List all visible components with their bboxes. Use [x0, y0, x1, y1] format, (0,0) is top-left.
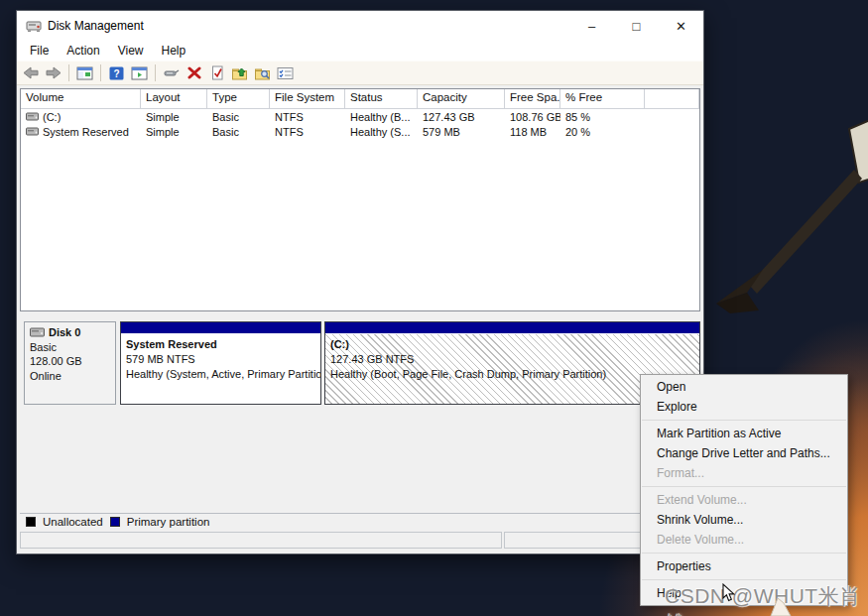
volume-layout: Simple: [141, 111, 207, 123]
delete-icon[interactable]: [185, 64, 203, 81]
desktop: Disk Management – □ ✕ File Action View H…: [0, 0, 868, 616]
disk-management-window: Disk Management – □ ✕ File Action View H…: [16, 10, 704, 554]
volume-layout: Simple: [141, 126, 207, 138]
volume-row-c[interactable]: (C:) Simple Basic NTFS Healthy (B... 127…: [21, 109, 699, 124]
volume-file-system: NTFS: [270, 111, 345, 123]
menu-separator: [642, 486, 846, 487]
volume-pct-free: 20 %: [560, 126, 645, 138]
title-bar[interactable]: Disk Management – □ ✕: [17, 11, 703, 41]
volume-list: Volume Layout Type File System Status Ca…: [20, 88, 700, 311]
disk-management-app-icon: [26, 19, 42, 33]
toolbar-separator: [68, 64, 69, 81]
menu-view[interactable]: View: [109, 42, 153, 60]
folder-search-icon[interactable]: [253, 64, 272, 81]
volume-status: Healthy (B...: [345, 111, 418, 123]
legend-swatch-unallocated: [26, 517, 36, 527]
column-header-pct-free[interactable]: % Free: [560, 89, 645, 108]
disk-graph-pane: Disk 0 Basic 128.00 GB Online System Res…: [20, 311, 700, 513]
column-header-filler: [645, 89, 699, 108]
legend-bar: Unallocated Primary partition: [20, 513, 700, 530]
status-bar: [20, 531, 700, 551]
legend-label-primary-partition: Primary partition: [127, 516, 210, 528]
menu-bar: File Action View Help: [17, 41, 703, 61]
partition-strip: System Reserved 579 MB NTFS Healthy (Sys…: [120, 321, 700, 405]
volume-name: (C:): [43, 111, 61, 123]
menu-item-mark-partition-active[interactable]: Mark Partition as Active: [641, 424, 847, 443]
disk0-type: Basic: [30, 340, 115, 355]
show-console-tree-icon[interactable]: [75, 64, 94, 81]
menu-item-open[interactable]: Open: [641, 377, 847, 397]
legend-label-unallocated: Unallocated: [43, 516, 103, 528]
volume-capacity: 579 MB: [418, 126, 505, 138]
toolbar-separator: [155, 64, 156, 81]
partition-size: 127.43 GB NTFS: [330, 352, 699, 367]
volume-file-system: NTFS: [270, 126, 345, 138]
menu-item-format: Format...: [641, 463, 847, 483]
disk-icon: [30, 327, 45, 337]
partition-status: Healthy (System, Active, Primary Partiti…: [126, 367, 320, 382]
disk0-info-panel[interactable]: Disk 0 Basic 128.00 GB Online: [24, 321, 116, 405]
partition-context-menu: Open Explore Mark Partition as Active Ch…: [640, 374, 848, 606]
volume-type: Basic: [207, 126, 270, 138]
column-header-type[interactable]: Type: [207, 89, 270, 108]
menu-item-explore[interactable]: Explore: [641, 397, 847, 417]
csdn-watermark: CSDN @WHUT米肖雄: [665, 582, 868, 616]
volume-list-header: Volume Layout Type File System Status Ca…: [21, 89, 699, 109]
help-icon[interactable]: ?: [107, 64, 126, 81]
toolbar: ?: [17, 61, 703, 85]
menu-item-shrink-volume[interactable]: Shrink Volume...: [641, 510, 847, 530]
column-header-status[interactable]: Status: [345, 89, 418, 108]
partition-system-reserved[interactable]: System Reserved 579 MB NTFS Healthy (Sys…: [120, 321, 321, 405]
window-title: Disk Management: [48, 19, 144, 33]
folder-up-icon[interactable]: [230, 64, 249, 81]
volume-drive-icon: [26, 112, 39, 121]
disk0-name: Disk 0: [49, 325, 80, 340]
svg-text:?: ?: [113, 67, 119, 78]
legend-swatch-primary-partition: [110, 517, 120, 527]
forward-icon[interactable]: [44, 64, 62, 81]
show-action-pane-icon[interactable]: [130, 64, 149, 81]
column-header-capacity[interactable]: Capacity: [418, 89, 505, 108]
menu-item-change-drive-letter[interactable]: Change Drive Letter and Paths...: [641, 443, 847, 463]
disk0-size: 128.00 GB: [30, 354, 115, 369]
volume-status: Healthy (S...: [345, 126, 418, 138]
column-header-file-system[interactable]: File System: [270, 89, 345, 108]
mouse-cursor: [722, 583, 737, 603]
column-header-volume[interactable]: Volume: [21, 89, 141, 108]
menu-separator: [642, 420, 846, 421]
menu-separator: [642, 553, 846, 554]
volume-free-space: 108.76 GB: [505, 111, 560, 123]
column-header-layout[interactable]: Layout: [141, 89, 207, 108]
back-icon[interactable]: [21, 64, 40, 81]
volume-drive-icon: [26, 127, 39, 136]
check-document-icon[interactable]: [207, 64, 226, 81]
menu-help[interactable]: Help: [153, 42, 195, 60]
volume-pct-free: 85 %: [560, 111, 645, 123]
column-header-free-space[interactable]: Free Spa...: [505, 89, 560, 108]
minimize-button[interactable]: –: [569, 11, 614, 41]
volume-name: System Reserved: [43, 126, 129, 138]
volume-type: Basic: [207, 111, 270, 123]
close-button[interactable]: ✕: [659, 11, 703, 41]
partition-size: 579 MB NTFS: [126, 352, 320, 367]
menu-item-delete-volume: Delete Volume...: [641, 530, 847, 550]
toolbar-separator: [100, 64, 101, 81]
partition-name: (C:): [330, 337, 699, 352]
partition-color-bar: [121, 322, 320, 334]
properties-fields-icon[interactable]: [276, 64, 295, 81]
maximize-button[interactable]: □: [614, 11, 659, 41]
volume-free-space: 118 MB: [505, 126, 560, 138]
popup-menu-icon[interactable]: [162, 64, 181, 81]
volume-capacity: 127.43 GB: [418, 111, 505, 123]
menu-separator: [642, 579, 846, 580]
status-bar-section: [20, 532, 502, 549]
menu-item-properties[interactable]: Properties: [641, 556, 847, 576]
volume-row-system-reserved[interactable]: System Reserved Simple Basic NTFS Health…: [21, 124, 699, 139]
menu-file[interactable]: File: [21, 42, 58, 60]
menu-action[interactable]: Action: [58, 42, 108, 60]
menu-item-extend-volume: Extend Volume...: [641, 490, 847, 510]
cursor-artifact: [770, 597, 792, 616]
partition-color-bar: [325, 322, 699, 334]
partition-name: System Reserved: [126, 337, 320, 352]
disk0-status: Online: [30, 369, 115, 384]
